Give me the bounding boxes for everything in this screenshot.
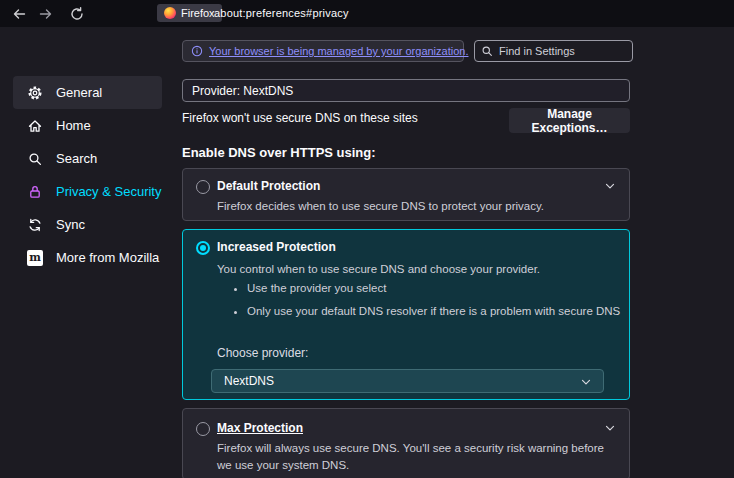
chevron-down-icon[interactable]: [603, 179, 617, 193]
option-increased-protection[interactable]: Increased Protection You control when to…: [182, 229, 630, 400]
radio-default-protection[interactable]: [196, 180, 210, 194]
sync-icon: [27, 217, 43, 233]
sidebar-item-label: General: [56, 85, 102, 100]
url-bar-text[interactable]: about:preferences#privacy: [214, 7, 349, 19]
option-description: You control when to use secure DNS and c…: [217, 261, 540, 278]
search-input[interactable]: [474, 40, 633, 62]
mozilla-icon: m: [27, 250, 43, 266]
option-description: Firefox decides when to use secure DNS t…: [217, 198, 544, 215]
firefox-settings-window: Firefox about:preferences#privacy Genera…: [0, 0, 734, 478]
radio-increased-protection[interactable]: [196, 241, 210, 255]
option-default-protection[interactable]: Default Protection Firefox decides when …: [182, 168, 630, 221]
find-in-settings: [474, 40, 633, 62]
bullet-item: Use the provider you select: [247, 282, 620, 294]
url-identity-chip[interactable]: Firefox: [157, 4, 222, 22]
back-icon[interactable]: [11, 6, 27, 22]
sidebar-item-label: Sync: [56, 217, 85, 232]
reload-icon[interactable]: [69, 6, 85, 22]
option-label: Default Protection: [217, 179, 320, 193]
sidebar-item-sync[interactable]: Sync: [0, 208, 162, 241]
sidebar-item-search[interactable]: Search: [0, 142, 162, 175]
option-label: Increased Protection: [217, 240, 336, 254]
choose-provider-label: Choose provider:: [217, 346, 308, 360]
sidebar-item-label: Search: [56, 151, 97, 166]
home-icon: [27, 118, 43, 134]
firefox-logo: [164, 7, 176, 19]
bullet-item: Only use your default DNS resolver if th…: [247, 305, 620, 317]
sidebar-item-label: Home: [56, 118, 91, 133]
exceptions-note: Firefox won't use secure DNS on these si…: [182, 111, 418, 125]
increased-protection-bullets: Use the provider you select Only use you…: [233, 282, 620, 328]
sidebar-item-home[interactable]: Home: [0, 109, 162, 142]
forward-icon[interactable]: [38, 6, 54, 22]
sidebar-item-label: More from Mozilla: [56, 250, 159, 265]
doh-section-heading: Enable DNS over HTTPS using:: [182, 145, 376, 160]
current-provider-box: Provider: NextDNS: [182, 79, 630, 102]
sidebar-item-label: Privacy & Security: [56, 184, 161, 199]
option-label: Max Protection: [217, 421, 303, 435]
manage-exceptions-button[interactable]: Manage Exceptions…: [509, 108, 630, 133]
current-provider-text: Provider: NextDNS: [192, 84, 293, 98]
provider-select-value: NextDNS: [224, 374, 274, 388]
chevron-down-icon[interactable]: [603, 421, 617, 435]
gear-icon: [27, 85, 43, 101]
radio-max-protection[interactable]: [196, 422, 210, 436]
browser-toolbar: Firefox about:preferences#privacy: [0, 0, 734, 27]
managed-by-organization-banner[interactable]: Your browser is being managed by your or…: [182, 40, 464, 62]
option-max-protection[interactable]: Max Protection Firefox will always use s…: [182, 408, 630, 478]
sidebar-item-general[interactable]: General: [13, 76, 162, 109]
url-chip-label: Firefox: [181, 7, 215, 19]
chevron-down-icon: [579, 375, 593, 389]
managed-banner-link[interactable]: Your browser is being managed by your or…: [209, 45, 468, 57]
sidebar-item-more-from-mozilla[interactable]: m More from Mozilla: [0, 241, 162, 274]
option-description: Firefox will always use secure DNS. You'…: [217, 440, 621, 473]
sidebar-item-privacy-security[interactable]: Privacy & Security: [0, 175, 162, 208]
search-icon: [27, 151, 43, 167]
lock-icon: [27, 184, 43, 200]
info-icon: [191, 45, 203, 57]
provider-select[interactable]: NextDNS: [211, 369, 604, 393]
